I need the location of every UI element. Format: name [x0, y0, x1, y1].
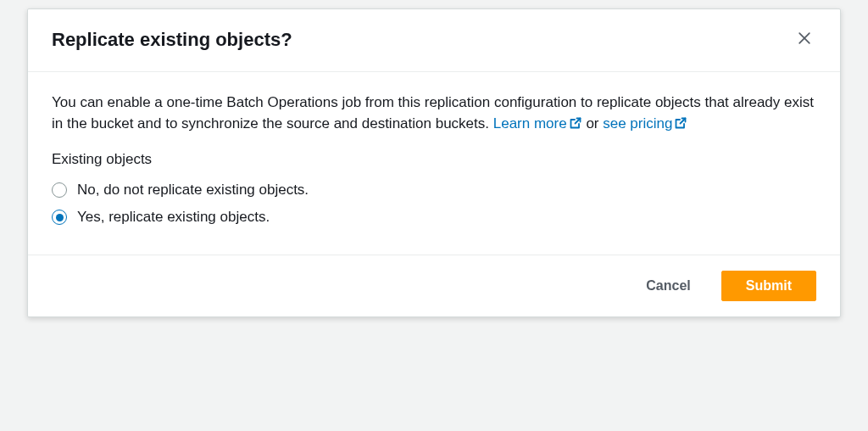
replicate-existing-objects-modal: Replicate existing objects? You can enab…	[27, 8, 841, 317]
learn-more-label: Learn more	[493, 115, 567, 132]
radio-label-yes: Yes, replicate existing objects.	[77, 209, 270, 226]
radio-option-yes[interactable]: Yes, replicate existing objects.	[52, 204, 816, 231]
modal-footer: Cancel Submit	[28, 255, 840, 316]
close-button[interactable]	[793, 26, 816, 53]
radio-label-no: No, do not replicate existing objects.	[77, 182, 309, 199]
close-icon	[796, 30, 813, 49]
submit-button[interactable]: Submit	[721, 271, 816, 301]
description-text: You can enable a one-time Batch Operatio…	[52, 94, 814, 132]
modal-header: Replicate existing objects?	[28, 9, 840, 72]
modal-description: You can enable a one-time Batch Operatio…	[52, 92, 816, 134]
see-pricing-label: see pricing	[603, 115, 672, 132]
cancel-button[interactable]: Cancel	[626, 271, 710, 300]
radio-icon	[52, 182, 67, 198]
existing-objects-label: Existing objects	[52, 151, 816, 168]
external-link-icon	[569, 115, 582, 129]
modal-body: You can enable a one-time Batch Operatio…	[28, 72, 840, 255]
learn-more-link[interactable]: Learn more	[493, 115, 582, 132]
external-link-icon	[674, 115, 687, 129]
radio-icon-selected	[52, 210, 67, 225]
description-or: or	[582, 115, 604, 132]
see-pricing-link[interactable]: see pricing	[603, 115, 687, 132]
modal-title: Replicate existing objects?	[52, 29, 292, 51]
radio-option-no[interactable]: No, do not replicate existing objects.	[52, 176, 816, 204]
